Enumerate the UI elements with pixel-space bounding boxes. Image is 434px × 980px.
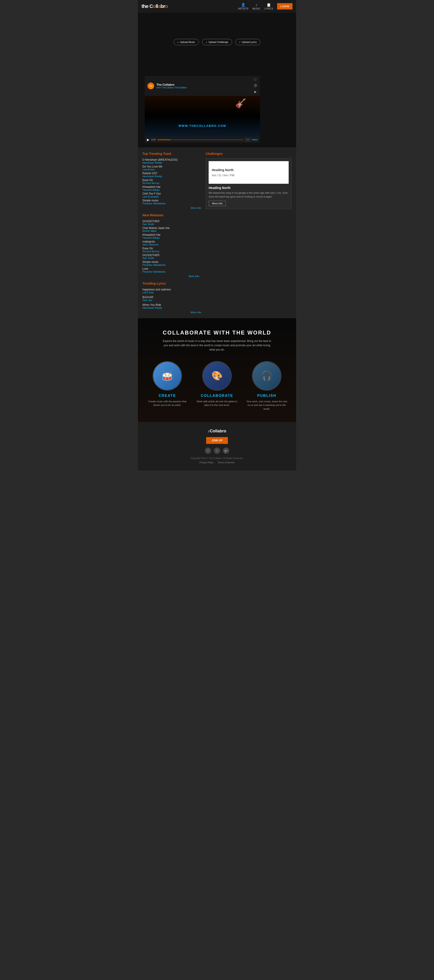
google-plus-icon[interactable]: g+ xyxy=(223,447,229,454)
time-display: 0:00 xyxy=(151,138,156,141)
list-item: Chill The F Out Lara Evangelis xyxy=(142,192,201,198)
list-item: Ease On Richard Murray xyxy=(142,178,201,185)
video-title-info: The Collabro from TheCollabro TheCollabr… xyxy=(156,83,251,89)
list-item: Simple music Priyanka Vakkalanka xyxy=(142,199,201,205)
list-item: Rebirth OST Harinikash Reddy xyxy=(142,172,201,178)
collab-publish-desc: Your work, your music, leave the rest to… xyxy=(246,399,287,411)
collab-card-collaborate: 🎨 COLLABORATE Work with artists all over… xyxy=(197,361,237,411)
list-item: BAZAAR Sam Jao xyxy=(142,296,201,302)
heart-icon[interactable]: ♡ xyxy=(254,78,257,82)
clock-icon[interactable]: ⏱ xyxy=(254,84,257,88)
nav-lyrics[interactable]: 📋 LYRICS xyxy=(264,3,273,10)
list-item: Chal Wahan Jaate Hai MuSIC MAte xyxy=(142,226,201,232)
progress-bar[interactable] xyxy=(157,140,243,140)
share-icon[interactable]: ➤ xyxy=(254,90,257,94)
list-item: Khwaakish Hai Yaswant Adraju xyxy=(142,185,201,191)
challenge-sheet: Heading North Am / G / Am / FM xyxy=(209,161,289,184)
new-releases-section: New Releases GO2GETHER Dan Smith Chal Wa… xyxy=(142,213,201,278)
lyrics-icon: 📋 xyxy=(267,3,271,7)
progress-fill xyxy=(157,140,170,140)
collab-create-image: 🥁 xyxy=(153,361,182,391)
facebook-icon[interactable]: f xyxy=(205,447,211,454)
challenges-title: Challenges xyxy=(206,152,292,156)
lyrics-track-list: happiness and sadness Lena Stan BAZAAR S… xyxy=(142,288,201,309)
list-item: Ease On Richard Murray xyxy=(142,247,201,253)
list-item: GO2GETHER Dan Smith xyxy=(142,254,201,259)
artists-icon: 👤 xyxy=(241,3,246,7)
footer-copyright: Copyright 2016 © The Collabro. All Right… xyxy=(142,457,292,460)
nav-artists[interactable]: 👤 ARTISTS xyxy=(238,3,248,10)
upload-challenge-button[interactable]: ♪ Upload Challenge xyxy=(202,39,232,45)
video-subtitle: from TheCollabro TheCollabro xyxy=(156,86,251,89)
collab-card-create: 🥁 CREATE Create music with the passion t… xyxy=(147,361,188,411)
video-header: TC The Collabro from TheCollabro TheColl… xyxy=(145,76,260,96)
trending-track-list: O Nimisham (BREATHLESS) Harinikash Reddy… xyxy=(142,158,201,205)
challenge-description: We played this song in my garage a few y… xyxy=(209,191,289,199)
nav-music[interactable]: ♪ MUSIC xyxy=(253,3,261,10)
video-section: TC The Collabro from TheCollabro TheColl… xyxy=(138,72,296,147)
challenge-card: Heading North Am / G / Am / FM Heading N… xyxy=(206,158,292,209)
privacy-policy-link[interactable]: Privacy Policy xyxy=(199,461,213,464)
collab-title: COLLABORATE WITH THE WORLD xyxy=(142,329,292,336)
sheet-chords: Am / G / Am / FM xyxy=(212,173,286,177)
new-releases-track-list: GO2GETHER Dan Smith Chal Wahan Jaate Hai… xyxy=(142,220,201,273)
video-title: The Collabro xyxy=(156,83,251,86)
list-item: Love Priyanka Vakkalanka xyxy=(142,267,201,273)
upload-lyrics-icon: ♪ xyxy=(239,41,240,43)
video-frame: 🎸 WWW.THECOLLABRO.COM xyxy=(145,96,260,137)
footer-logo: ♪Collabro xyxy=(142,429,292,433)
collab-cards: 🥁 CREATE Create music with the passion t… xyxy=(142,361,292,411)
lyrics-more-info[interactable]: More Info xyxy=(142,311,201,314)
video-controls: ▶ 0:00 HD vimeo xyxy=(145,137,260,143)
video-actions: ♡ ⏱ ➤ xyxy=(254,78,257,94)
upload-music-button[interactable]: ♪ Upload Music xyxy=(173,39,199,45)
twitter-icon[interactable]: t xyxy=(214,447,220,454)
sheet-title: Heading North xyxy=(212,168,286,172)
left-column: Top Trending Track O Nimisham (BREATHLES… xyxy=(142,152,201,314)
collab-collaborate-title: COLLABORATE xyxy=(197,394,237,398)
collaborate-section: COLLABORATE WITH THE WORLD Explore the w… xyxy=(138,318,296,422)
music-icon: ♪ xyxy=(256,3,258,7)
list-item: GO2GETHER Dan Smith xyxy=(142,220,201,226)
video-watermark: WWW.THECOLLABRO.COM xyxy=(178,124,226,127)
right-column: Challenges Heading North Am / G / Am / F… xyxy=(201,152,292,314)
list-item: happiness and sadness Lena Stan xyxy=(142,288,201,294)
list-item: Khwaakish Hai Yaswant Adraju xyxy=(142,233,201,239)
list-item: Do You Love Me Lara Evans xyxy=(142,165,201,171)
logo-accent: o xyxy=(153,3,156,9)
list-item: O Nimisham (BREATHLESS) Harinikash Reddy xyxy=(142,158,201,164)
join-button[interactable]: JOIN UP xyxy=(206,437,228,444)
challenge-name: Heading North xyxy=(209,186,289,189)
collab-create-title: CREATE xyxy=(147,394,188,398)
hd-badge: HD xyxy=(245,138,250,141)
collab-description: Explore the world of music in a way that… xyxy=(161,339,273,352)
new-releases-title: New Releases xyxy=(142,213,201,217)
collab-publish-image: 🎧 xyxy=(252,361,281,391)
logo[interactable]: the Collabro xyxy=(141,3,168,9)
play-button[interactable]: ▶ xyxy=(147,138,149,142)
list-item: Simple music Priyanka Vakkalanka xyxy=(142,260,201,266)
terms-link[interactable]: Terms of Service xyxy=(218,461,234,464)
new-releases-more-info[interactable]: More Info... xyxy=(142,275,201,278)
collab-publish-title: PUBLISH xyxy=(246,394,287,398)
social-icons: f t g+ xyxy=(142,447,292,454)
list-item: When You Ride Harinikash Reddy xyxy=(142,303,201,309)
trending-lyrics-section: Trending Lyrics happiness and sadness Le… xyxy=(142,282,201,314)
header: the Collabro 👤 ARTISTS ♪ MUSIC 📋 LYRICS … xyxy=(138,0,296,13)
upload-lyrics-button[interactable]: ♪ Upload Lyrics xyxy=(235,39,261,45)
nav: 👤 ARTISTS ♪ MUSIC 📋 LYRICS LOGIN xyxy=(238,3,293,10)
list-item: maikapola John Shphone xyxy=(142,240,201,246)
video-badges: HD vimeo xyxy=(245,138,258,141)
video-person-graphic: 🎸 xyxy=(235,98,246,109)
video-avatar: TC xyxy=(147,83,154,89)
upload-buttons: ♪ Upload Music ♪ Upload Challenge ♪ Uplo… xyxy=(173,39,261,45)
trending-more-info[interactable]: More Info xyxy=(142,207,201,209)
collab-card-publish: 🎧 PUBLISH Your work, your music, leave t… xyxy=(246,361,287,411)
login-button[interactable]: LOGIN xyxy=(277,3,293,10)
upload-music-icon: ♪ xyxy=(178,41,179,43)
collab-content: COLLABORATE WITH THE WORLD Explore the w… xyxy=(142,329,292,410)
collab-collaborate-image: 🎨 xyxy=(202,361,232,391)
trending-section: Top Trending Track O Nimisham (BREATHLES… xyxy=(142,152,201,209)
trending-lyrics-title: Trending Lyrics xyxy=(142,282,201,285)
challenge-more-info-button[interactable]: More Info xyxy=(209,201,226,206)
